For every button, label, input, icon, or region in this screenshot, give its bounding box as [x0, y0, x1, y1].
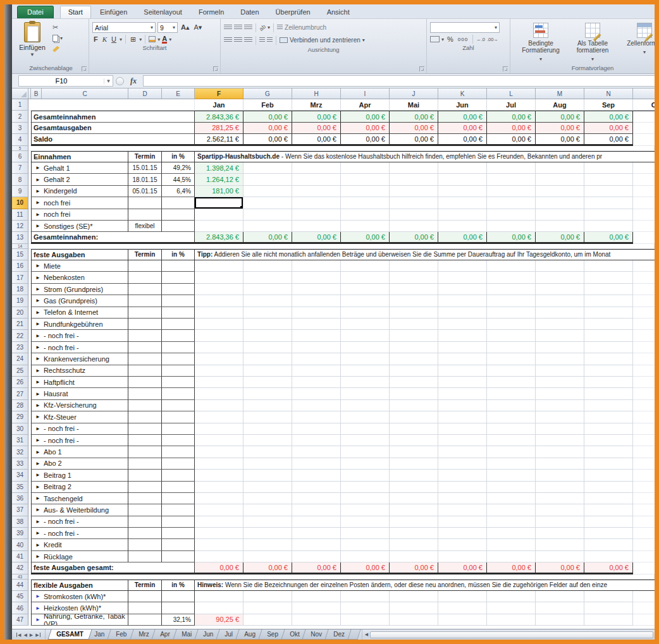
grid-cell[interactable]: [390, 614, 438, 626]
grid-cell[interactable]: [243, 295, 292, 307]
grid-cell[interactable]: [536, 377, 584, 388]
grid-cell[interactable]: [633, 123, 655, 134]
grid-cell[interactable]: [341, 162, 390, 174]
decrease-indent-button[interactable]: [259, 37, 265, 43]
column-header-O[interactable]: O: [633, 88, 655, 99]
grid-cell[interactable]: [292, 162, 341, 174]
grid-cell[interactable]: [390, 260, 438, 272]
grid-cell[interactable]: 0,00 €: [584, 123, 633, 134]
grid-cell[interactable]: [292, 197, 341, 209]
grid-cell[interactable]: [633, 342, 655, 353]
row-header-26[interactable]: 26: [12, 377, 28, 388]
grid-cell[interactable]: [487, 482, 536, 493]
row-header-4[interactable]: 4: [12, 134, 28, 145]
grid-cell[interactable]: 0,00 €: [438, 562, 487, 574]
grid-cell[interactable]: [292, 319, 341, 330]
grid-cell[interactable]: [341, 342, 390, 353]
grid-cell[interactable]: [195, 272, 243, 283]
grid-cell[interactable]: Okt: [633, 99, 655, 111]
grid-cell[interactable]: [243, 591, 292, 602]
grid-cell[interactable]: [243, 260, 292, 272]
row-header-16[interactable]: 16: [12, 260, 28, 272]
grid-cell[interactable]: ► - noch frei -: [31, 528, 128, 539]
row-header-3[interactable]: 3: [12, 123, 28, 134]
grid-cell[interactable]: Termin: [128, 580, 162, 591]
grid-cell[interactable]: 0,00 €: [292, 232, 341, 243]
grid-cell[interactable]: [128, 614, 162, 626]
grid-cell[interactable]: [128, 482, 162, 493]
grid-cell[interactable]: [390, 504, 438, 516]
grid-cell[interactable]: [341, 365, 390, 377]
grid-cell[interactable]: ► - noch frei -: [31, 330, 128, 341]
dialog-launcher-icon[interactable]: [419, 66, 424, 71]
grid-cell[interactable]: ►Strom (Grundpreis): [31, 284, 128, 295]
grid-cell[interactable]: [536, 446, 584, 458]
orientation-button[interactable]: ab: [258, 23, 267, 32]
grid-cell[interactable]: [195, 319, 243, 330]
grid-cell[interactable]: [162, 342, 195, 353]
grid-cell[interactable]: [536, 221, 584, 232]
grid-cell[interactable]: ►Rücklage: [31, 551, 128, 562]
row-header-19[interactable]: 19: [12, 295, 28, 307]
row-header-9[interactable]: 9: [12, 186, 28, 197]
format-painter-button[interactable]: [51, 44, 64, 54]
grid-cell[interactable]: [195, 504, 243, 516]
grid-cell[interactable]: ►Gas (Grundpreis): [31, 295, 128, 307]
grid-cell[interactable]: [536, 551, 584, 562]
grid-cell[interactable]: [584, 591, 633, 602]
grid-cell[interactable]: [633, 260, 655, 272]
horizontal-scrollbar[interactable]: ◀: [362, 629, 655, 640]
grid-cell[interactable]: [633, 388, 655, 399]
row-header-39[interactable]: 39: [12, 528, 28, 539]
align-left-button[interactable]: [224, 37, 232, 43]
grid-cell[interactable]: [438, 365, 487, 377]
row-header-42[interactable]: 42: [12, 562, 28, 574]
grid-cell[interactable]: [128, 342, 162, 353]
grid-cell[interactable]: [128, 377, 162, 388]
grid-cell[interactable]: [438, 388, 487, 399]
first-sheet-button[interactable]: ◀: [16, 633, 21, 637]
grid-cell[interactable]: [633, 186, 655, 197]
grid-cell[interactable]: [128, 539, 162, 550]
grid-cell[interactable]: [128, 330, 162, 341]
grid-cell[interactable]: ►Nebenkosten: [31, 272, 128, 283]
grid-cell[interactable]: [584, 197, 633, 209]
grid-cell[interactable]: [292, 435, 341, 446]
grid-cell[interactable]: [584, 353, 633, 365]
grid-cell[interactable]: Jan: [195, 99, 243, 111]
grid-cell[interactable]: [162, 197, 195, 209]
grid-cell[interactable]: [162, 539, 195, 550]
row-header-27[interactable]: 27: [12, 388, 28, 399]
row-header-30[interactable]: 30: [12, 423, 28, 435]
grid-cell[interactable]: in %: [162, 249, 195, 260]
grid-cell[interactable]: [243, 400, 292, 411]
grid-cell[interactable]: 0,00 €: [536, 111, 584, 122]
grid-cell[interactable]: [487, 602, 536, 614]
grid-cell[interactable]: [341, 614, 390, 626]
grid-cell[interactable]: [341, 551, 390, 562]
grid-cell[interactable]: [292, 342, 341, 353]
percent-style-button[interactable]: %: [446, 35, 455, 43]
grid-cell[interactable]: Mai: [390, 99, 438, 111]
grid-cell[interactable]: [292, 446, 341, 458]
grid-cell[interactable]: [536, 458, 584, 470]
grid-cell[interactable]: ►Rechtsschutz: [31, 365, 128, 377]
row-header-43[interactable]: 43: [12, 574, 28, 580]
grid-cell[interactable]: [633, 458, 655, 470]
grid-cell[interactable]: [536, 319, 584, 330]
grid-cell[interactable]: [633, 284, 655, 295]
grid-cell[interactable]: ►Gehalt 2: [31, 174, 128, 185]
grid-cell[interactable]: [536, 295, 584, 307]
formula-bar-button[interactable]: [116, 77, 124, 85]
row-header-2[interactable]: 2: [12, 111, 28, 122]
dialog-launcher-icon[interactable]: [213, 66, 218, 71]
grid-cell[interactable]: [487, 435, 536, 446]
grid-cell[interactable]: [341, 307, 390, 319]
grid-cell[interactable]: [243, 388, 292, 399]
grid-cell[interactable]: [341, 516, 390, 528]
grid-cell[interactable]: [487, 174, 536, 185]
grid-cell[interactable]: [162, 516, 195, 528]
grid-cell[interactable]: [162, 482, 195, 493]
row-header-44[interactable]: 44: [12, 580, 28, 591]
row-header-8[interactable]: 8: [12, 174, 28, 185]
